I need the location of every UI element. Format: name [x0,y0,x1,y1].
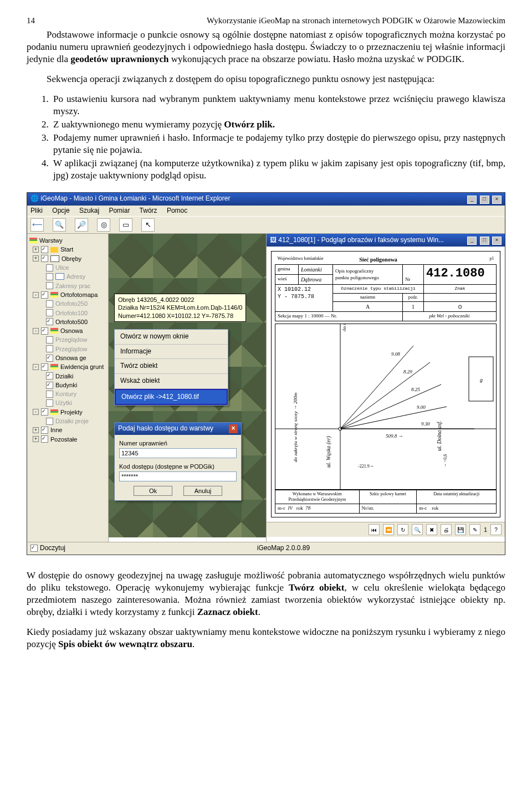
checkbox-icon[interactable] [46,309,53,316]
layer-pozostale[interactable]: Pozostałe [50,435,77,443]
checkbox-icon[interactable] [41,246,48,253]
checkbox-icon[interactable] [41,427,48,434]
checkbox-icon[interactable] [46,336,53,343]
menu-pomiar[interactable]: Pomiar [109,207,130,214]
layer-budynki[interactable]: Budynki [55,381,77,389]
zoom-in-icon[interactable]: 🔍 [53,218,66,232]
checkbox-icon[interactable] [46,372,53,379]
layer-uzytki[interactable]: Użytki [55,399,72,407]
viewer-close-icon[interactable]: × [492,237,502,245]
checkbox-icon[interactable] [46,355,53,362]
nav-first-icon[interactable]: ⏮ [369,524,380,535]
ctx-create-object[interactable]: Twórz obiekt [115,359,228,374]
ctx-open-new-window[interactable]: Otwórz w nowym oknie [115,330,228,345]
layer-projekty[interactable]: Projekty [60,408,83,416]
nav-help-icon[interactable]: ? [490,524,502,535]
layer-orto500[interactable]: Ortofoto500 [55,318,88,326]
layer-inne[interactable]: Inne [50,426,62,434]
checkbox-icon[interactable] [46,282,53,289]
close-icon[interactable]: × [492,196,502,204]
nav-save-icon[interactable]: 💾 [455,524,466,535]
viewer-minimize-icon[interactable]: _ [467,237,477,245]
nav-prev-icon[interactable]: ⏪ [383,524,394,535]
select-icon[interactable]: ▭ [119,218,132,232]
ok-button[interactable]: Ok [134,486,172,496]
checkbox-icon[interactable] [46,399,53,407]
tree-toggle-icon[interactable]: + [33,255,39,261]
checkbox-icon[interactable] [41,435,48,443]
paragraph-1-bold: geodetów uprawnionych [70,54,168,64]
layer-osnowa-ge[interactable]: Osnowa ge [55,354,86,362]
menu-pomoc[interactable]: Pomoc [167,207,187,214]
layer-zakresy[interactable]: Zakresy prac [55,282,91,290]
layer-start[interactable]: Start [60,245,73,253]
nav-print-icon[interactable]: 🖨 [441,524,452,535]
label-kod: Kod dostępu (dostępne w PODGik) [119,463,237,470]
minimize-icon[interactable]: _ [467,196,477,204]
nav-rotate-icon[interactable]: ↻ [397,524,408,535]
label-dolna: ul. Dolna asf. [436,420,442,450]
ctx-info[interactable]: Informacje [115,345,228,360]
ctx-open-file[interactable]: Otwórz plik ->412_1080.tif [115,389,228,406]
layer-warstwy[interactable]: Warstwy [39,237,63,244]
tree-toggle-icon[interactable]: - [33,292,39,298]
layer-adresy[interactable]: Adresy [66,273,85,280]
menu-szukaj[interactable]: Szukaj [79,207,99,214]
maximize-icon[interactable]: □ [480,196,489,204]
layer-przegl2[interactable]: Przeglądow [55,345,87,353]
center-icon[interactable]: ◎ [97,218,110,232]
checkbox-icon[interactable] [46,300,53,307]
nav-zoom-icon[interactable]: 🔍 [412,524,423,535]
layer-egib[interactable]: Ewidencja grunt [60,363,104,371]
dialog-close-icon[interactable]: × [229,424,238,433]
back-icon[interactable]: ⟵ [30,218,44,232]
nav-edit-icon[interactable]: ✎ [469,524,480,535]
map-canvas[interactable]: Obręb 143205_4.0022 0022 Działka Nr=152/… [109,234,266,537]
layer-kontury[interactable]: Kontury [55,390,76,398]
doc-cell-o: ⊙ [423,301,496,311]
menu-opcje[interactable]: Opcje [52,207,69,214]
checkbox-icon[interactable] [46,382,53,389]
checkbox-icon[interactable] [41,327,48,335]
input-uprawnienia[interactable] [119,448,237,458]
checkbox-icon[interactable] [46,391,53,398]
layer-przegl1[interactable]: Przeglądow [55,336,87,343]
doczytuj-checkbox[interactable] [30,545,38,552]
label-partyzantow: do ul. Partyzantów 130m [341,324,347,331]
layer-dzialki-proj[interactable]: Działki proje [55,417,89,425]
checkbox-icon[interactable] [46,273,53,280]
tree-toggle-icon[interactable]: + [33,436,39,442]
layer-dzialki[interactable]: Działki [55,372,73,380]
nav-delete-icon[interactable]: ✖ [426,524,437,535]
layer-ulice[interactable]: Ulice [55,264,69,271]
layer-orto100[interactable]: Ortofoto100 [55,309,88,317]
cursor-icon[interactable]: ↖ [141,218,155,232]
image-viewer-window: 🖼 412_1080[1] - Podgląd obrazów i faksów… [266,234,505,542]
checkbox-icon[interactable] [46,345,53,352]
cancel-button[interactable]: Anuluj [183,486,222,496]
tree-toggle-icon[interactable]: - [33,328,39,334]
tree-toggle-icon[interactable]: + [33,427,39,433]
menu-tworz[interactable]: Twórz [140,207,157,214]
ctx-point-object[interactable]: Wskaż obiekt [115,374,228,389]
checkbox-icon[interactable] [41,291,48,299]
checkbox-icon[interactable] [46,264,53,271]
layer-orto[interactable]: Ortofotomapa [60,291,98,299]
layer-obreby[interactable]: Obręby [62,255,81,263]
layer-osnowa[interactable]: Osnowa [60,327,83,335]
input-kod[interactable] [119,471,237,481]
tree-toggle-icon[interactable]: - [33,364,39,370]
checkbox-icon[interactable] [41,255,48,262]
checkbox-icon[interactable] [46,318,53,325]
layer-orto250[interactable]: Ortofoto250 [55,300,88,307]
menubar: Pliki Opcje Szukaj Pomiar Twórz Pomoc [27,206,505,217]
tree-toggle-icon[interactable]: + [33,247,39,253]
checkbox-icon[interactable] [46,418,53,425]
viewer-maximize-icon[interactable]: □ [480,237,489,245]
step-2-bold: Otwórz plik. [224,119,275,130]
checkbox-icon[interactable] [41,363,48,371]
tree-toggle-icon[interactable]: - [33,409,39,415]
checkbox-icon[interactable] [41,408,48,416]
zoom-out-icon[interactable]: 🔎 [75,218,88,232]
menu-pliki[interactable]: Pliki [30,207,43,214]
